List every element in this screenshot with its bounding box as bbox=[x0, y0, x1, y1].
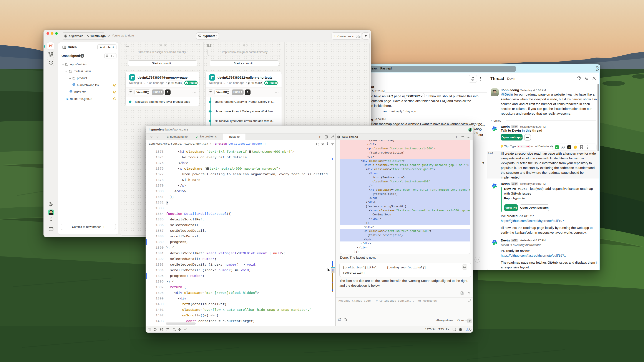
svg-text:MD: MD bbox=[461, 293, 463, 295]
